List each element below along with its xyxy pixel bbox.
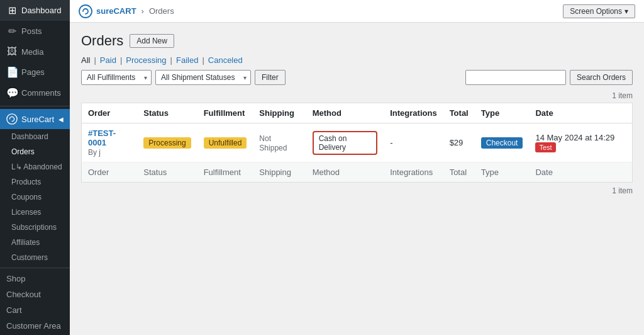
- footer-col-fulfillment: Fulfillment: [197, 162, 253, 183]
- surecart-logo-svg: [79, 4, 92, 18]
- posts-icon: ✏: [6, 25, 18, 37]
- svg-point-0: [7, 114, 17, 124]
- fulfillment-select-wrap: All Fulfillments ▾: [81, 70, 152, 85]
- actions-right: Search Orders: [465, 70, 633, 85]
- cell-status: Processing: [137, 123, 197, 162]
- search-input[interactable]: [465, 70, 566, 85]
- screen-options-button[interactable]: Screen Options ▾: [563, 4, 635, 18]
- sidebar-item-customers[interactable]: Customers: [0, 250, 70, 265]
- sidebar-item-cart[interactable]: Cart: [0, 302, 70, 318]
- filter-all[interactable]: All: [81, 55, 90, 65]
- cell-order: #TEST-0001 By j: [82, 123, 138, 162]
- comments-icon: 💬: [6, 87, 18, 99]
- shipment-select[interactable]: All Shipment Statuses: [155, 70, 251, 85]
- test-badge: Test: [535, 142, 555, 152]
- cell-method: Cash on Delivery: [306, 123, 384, 162]
- type-badge: Checkout: [481, 137, 523, 149]
- sidebar-item-media[interactable]: 🖼 Media: [0, 42, 70, 62]
- footer-col-method: Method: [306, 162, 384, 183]
- chevron-down-icon: ▾: [625, 7, 628, 16]
- filter-links-row: All | Paid | Processing | Failed | Cance…: [81, 55, 633, 65]
- col-status: Status: [137, 103, 197, 123]
- cart-label: Cart: [6, 305, 22, 315]
- sidebar-item-customer-area[interactable]: Customer Area: [0, 318, 70, 334]
- fulfillment-select[interactable]: All Fulfillments: [81, 70, 152, 85]
- shipping-value: Not Shipped: [259, 134, 287, 152]
- filter-canceled[interactable]: Canceled: [208, 55, 243, 65]
- customer-area-label: Customer Area: [6, 321, 61, 331]
- shop-label: Shop: [6, 274, 25, 283]
- sidebar-item-surecart-dashboard[interactable]: Dashboard: [0, 129, 70, 144]
- sidebar-item-comments[interactable]: 💬 Comments: [0, 82, 70, 103]
- col-type: Type: [475, 103, 530, 123]
- footer-col-date: Date: [529, 162, 632, 183]
- subscriptions-label: Subscriptions: [11, 223, 57, 232]
- sidebar-label-posts: Posts: [21, 26, 42, 36]
- checkout-label: Checkout: [6, 290, 41, 299]
- sidebar-label-comments: Comments: [21, 88, 61, 98]
- status-badge: Processing: [143, 137, 191, 149]
- filter-paid[interactable]: Paid: [100, 55, 116, 65]
- footer-col-order: Order: [82, 162, 138, 183]
- page-title-row: Orders Add New: [81, 33, 633, 49]
- col-method: Method: [306, 103, 384, 123]
- filter-button[interactable]: Filter: [255, 70, 286, 85]
- order-by: By j: [88, 148, 101, 157]
- sidebar-item-products[interactable]: Products: [0, 174, 70, 190]
- sidebar-item-posts[interactable]: ✏ Posts: [0, 21, 70, 42]
- sidebar-item-checkout[interactable]: Checkout: [0, 287, 70, 302]
- cell-fulfillment: Unfulfilled: [197, 123, 253, 162]
- sidebar-label-dashboard: Dashboard: [21, 6, 62, 15]
- sidebar-item-surecart[interactable]: SureCart ◀: [0, 109, 70, 129]
- sidebar-item-dashboard[interactable]: ⊞ Dashboard: [0, 0, 70, 21]
- footer-col-total: Total: [443, 162, 475, 183]
- sidebar-item-licenses[interactable]: Licenses: [0, 205, 70, 220]
- media-icon: 🖼: [6, 46, 18, 57]
- affiliates-label: Affiliates: [11, 238, 40, 247]
- sidebar-item-subscriptions[interactable]: Subscriptions: [0, 220, 70, 235]
- sidebar-item-pages[interactable]: 📄 Pages: [0, 62, 70, 82]
- col-integrations: Integrations: [384, 103, 443, 123]
- filter-failed[interactable]: Failed: [176, 55, 198, 65]
- sidebar: ⊞ Dashboard ✏ Posts 🖼 Media 📄 Pages 💬 Co…: [0, 0, 70, 335]
- col-total: Total: [443, 103, 475, 123]
- table-row: #TEST-0001 By j Processing Unfulfilled N…: [82, 123, 633, 162]
- orders-table: Order Status Fulfillment Shipping Method…: [81, 103, 633, 183]
- sidebar-item-orders[interactable]: Orders: [0, 144, 70, 159]
- date-value: 14 May 2024 at 14:29: [535, 133, 614, 142]
- order-id-link[interactable]: #TEST-0001: [88, 128, 116, 147]
- col-order: Order: [82, 103, 138, 123]
- col-shipping: Shipping: [253, 103, 306, 123]
- cell-date: 14 May 2024 at 14:29 Test: [529, 123, 632, 162]
- sidebar-item-abandoned[interactable]: L↳ Abandoned: [0, 159, 70, 174]
- cell-shipping: Not Shipped: [253, 123, 306, 162]
- surecart-logo-icon: [6, 113, 18, 125]
- fulfillment-badge: Unfulfilled: [204, 137, 247, 149]
- chevron-right-icon: ◀: [58, 116, 64, 123]
- pages-icon: 📄: [6, 66, 18, 78]
- footer-col-status: Status: [137, 162, 197, 183]
- sidebar-item-coupons[interactable]: Coupons: [0, 190, 70, 205]
- page-title: Orders: [81, 33, 123, 49]
- abandoned-label: L↳ Abandoned: [11, 162, 62, 171]
- content-area: Orders Add New All | Paid | Processing |…: [70, 23, 644, 335]
- filter-processing[interactable]: Processing: [126, 55, 166, 65]
- topbar-right: Screen Options ▾: [563, 4, 635, 18]
- customers-label: Customers: [11, 253, 48, 262]
- sidebar-label-media: Media: [21, 47, 43, 57]
- add-new-button[interactable]: Add New: [130, 34, 174, 48]
- col-date: Date: [529, 103, 632, 123]
- logo-text: sureCART: [96, 6, 136, 16]
- coupons-label: Coupons: [11, 193, 42, 202]
- sidebar-item-shop[interactable]: Shop: [0, 271, 70, 287]
- cell-type: Checkout: [475, 123, 530, 162]
- sidebar-item-affiliates[interactable]: Affiliates: [0, 235, 70, 250]
- footer-col-type: Type: [475, 162, 530, 183]
- shipment-select-wrap: All Shipment Statuses ▾: [155, 70, 251, 85]
- method-badge: Cash on Delivery: [313, 131, 378, 155]
- surecart-topbar-logo: sureCART: [79, 4, 136, 18]
- breadcrumb: Orders: [149, 6, 174, 16]
- actions-left: All Fulfillments ▾ All Shipment Statuses…: [81, 70, 286, 85]
- search-orders-button[interactable]: Search Orders: [570, 70, 633, 85]
- col-fulfillment: Fulfillment: [197, 103, 253, 123]
